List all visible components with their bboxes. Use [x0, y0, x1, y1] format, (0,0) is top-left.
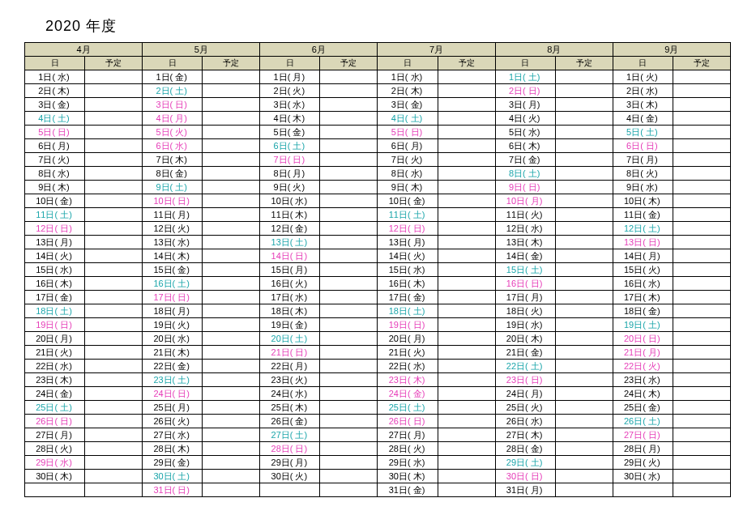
- month-header-row: 4月 5月 6月 7月 8月 9月: [25, 43, 731, 57]
- plan-cell: [320, 70, 378, 84]
- date-cell: 25日( 土): [25, 401, 85, 415]
- date-cell: 31日( 金): [378, 483, 438, 497]
- date-cell: 9日( 火): [260, 181, 320, 194]
- date-cell: 6日( 月): [25, 139, 85, 153]
- plan-cell: [438, 304, 495, 318]
- plan-cell: [320, 84, 378, 98]
- plan-cell: [203, 387, 260, 401]
- plan-cell: [555, 442, 613, 456]
- date-cell: 30日( 土): [143, 470, 203, 483]
- date-cell: 29日( 月): [260, 456, 320, 470]
- plan-cell: [203, 318, 260, 332]
- date-cell: 28日( 金): [495, 442, 555, 456]
- plan-cell: [555, 139, 613, 153]
- plan-cell: [673, 222, 730, 236]
- table-row: 8日( 水)8日( 金)8日( 月)8日( 水)8日( 土)8日( 火): [25, 167, 731, 181]
- date-cell: 10日( 木): [613, 194, 673, 208]
- plan-cell: [438, 139, 495, 153]
- date-cell: 14日( 日): [260, 249, 320, 263]
- plan-cell: [555, 222, 613, 236]
- date-cell: 17日( 金): [25, 291, 85, 304]
- table-row: 13日( 月)13日( 水)13日( 土)13日( 月)13日( 木)13日( …: [25, 236, 731, 249]
- date-cell: 12日( 火): [143, 222, 203, 236]
- date-cell: 12日( 金): [260, 222, 320, 236]
- plan-cell: [673, 304, 730, 318]
- date-cell: 19日( 土): [613, 318, 673, 332]
- plan-cell: [555, 401, 613, 415]
- plan-cell: [203, 139, 260, 153]
- plan-cell: [203, 167, 260, 181]
- plan-cell: [673, 428, 730, 442]
- date-cell: [260, 483, 320, 497]
- table-row: 26日( 日)26日( 火)26日( 金)26日( 日)26日( 水)26日( …: [25, 415, 731, 428]
- plan-cell: [673, 181, 730, 194]
- table-row: 17日( 金)17日( 日)17日( 水)17日( 金)17日( 月)17日( …: [25, 291, 731, 304]
- plan-cell: [555, 373, 613, 387]
- date-cell: 4日( 金): [613, 112, 673, 126]
- date-cell: 8日( 土): [495, 167, 555, 181]
- plan-cell: [320, 415, 378, 428]
- plan-cell: [203, 442, 260, 456]
- plan-cell: [320, 126, 378, 139]
- plan-cell: [438, 387, 495, 401]
- plan-cell: [673, 153, 730, 167]
- plan-cell: [555, 249, 613, 263]
- plan-cell: [85, 304, 143, 318]
- date-cell: 27日( 月): [378, 428, 438, 442]
- date-cell: 26日( 日): [378, 415, 438, 428]
- table-row: 21日( 火)21日( 木)21日( 日)21日( 火)21日( 金)21日( …: [25, 346, 731, 360]
- date-cell: 22日( 土): [495, 360, 555, 373]
- date-cell: 24日( 日): [143, 387, 203, 401]
- date-cell: 12日( 日): [25, 222, 85, 236]
- plan-cell: [673, 360, 730, 373]
- plan-cell: [555, 387, 613, 401]
- calendar-body: 1日( 水)1日( 金)1日( 月)1日( 水)1日( 土)1日( 火)2日( …: [25, 70, 731, 497]
- table-row: 30日( 木)30日( 土)30日( 火)30日( 木)30日( 日)30日( …: [25, 470, 731, 483]
- date-cell: 28日( 火): [25, 442, 85, 456]
- plan-cell: [438, 222, 495, 236]
- date-cell: 28日( 日): [260, 442, 320, 456]
- date-cell: 27日( 土): [260, 428, 320, 442]
- plan-cell: [320, 139, 378, 153]
- plan-cell: [555, 277, 613, 291]
- plan-cell: [85, 387, 143, 401]
- date-cell: 26日( 水): [495, 415, 555, 428]
- date-cell: 30日( 木): [25, 470, 85, 483]
- plan-cell: [320, 277, 378, 291]
- plan-cell: [438, 263, 495, 277]
- date-cell: 16日( 木): [378, 277, 438, 291]
- table-row: 23日( 木)23日( 土)23日( 火)23日( 木)23日( 日)23日( …: [25, 373, 731, 387]
- plan-cell: [438, 401, 495, 415]
- plan-cell: [320, 304, 378, 318]
- plan-cell: [203, 194, 260, 208]
- date-cell: 10日( 金): [378, 194, 438, 208]
- date-cell: 12日( 土): [613, 222, 673, 236]
- plan-cell: [673, 263, 730, 277]
- date-cell: 2日( 土): [143, 84, 203, 98]
- plan-cell: [320, 387, 378, 401]
- date-cell: 29日( 火): [613, 456, 673, 470]
- plan-cell: [673, 139, 730, 153]
- date-cell: 14日( 木): [143, 249, 203, 263]
- date-cell: 16日( 木): [25, 277, 85, 291]
- table-row: 29日( 水)29日( 金)29日( 月)29日( 水)29日( 土)29日( …: [25, 456, 731, 470]
- date-cell: 4日( 土): [378, 112, 438, 126]
- date-cell: 3日( 月): [495, 98, 555, 112]
- plan-cell: [320, 236, 378, 249]
- date-cell: 27日( 日): [613, 428, 673, 442]
- date-cell: 25日( 土): [378, 401, 438, 415]
- date-cell: 8日( 月): [260, 167, 320, 181]
- date-cell: 21日( 火): [25, 346, 85, 360]
- date-cell: 27日( 水): [143, 428, 203, 442]
- plan-cell: [555, 470, 613, 483]
- subheader-plan: 予定: [320, 57, 378, 70]
- plan-cell: [85, 470, 143, 483]
- date-cell: 29日( 水): [25, 456, 85, 470]
- date-cell: 5日( 日): [378, 126, 438, 139]
- plan-cell: [673, 194, 730, 208]
- subheader-day: 日: [260, 57, 320, 70]
- table-row: 7日( 火)7日( 木)7日( 日)7日( 火)7日( 金)7日( 月): [25, 153, 731, 167]
- date-cell: 10日( 日): [143, 194, 203, 208]
- date-cell: 15日( 月): [260, 263, 320, 277]
- date-cell: 17日( 日): [143, 291, 203, 304]
